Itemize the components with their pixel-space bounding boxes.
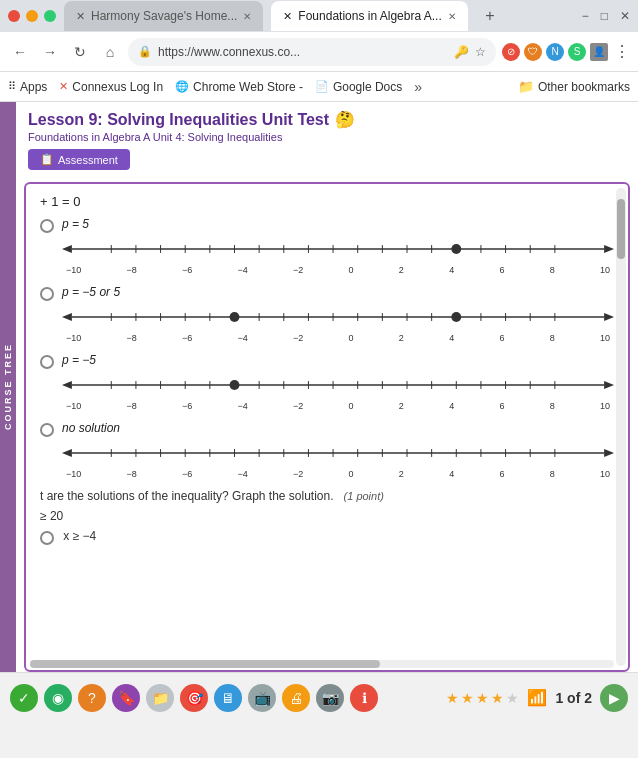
home-button[interactable]: ⌂: [98, 40, 122, 64]
new-tab-button[interactable]: +: [476, 2, 504, 30]
scrollbar-thumb[interactable]: [617, 199, 625, 259]
answer-partial-2: x ≥ −4: [40, 529, 614, 545]
radio-answer2[interactable]: [40, 531, 54, 545]
print-icon[interactable]: 🖨: [282, 684, 310, 712]
answer-option-pm5: p = −5 or 5: [40, 285, 614, 343]
tab-foundations[interactable]: ✕ Foundations in Algebra A... ✕: [271, 1, 467, 31]
tab-harmony-label: Harmony Savage's Home...: [91, 9, 237, 23]
forward-button[interactable]: →: [38, 40, 62, 64]
signal-icon: 📶: [527, 688, 547, 707]
window-restore-icon[interactable]: □: [601, 9, 608, 23]
bookmark-google-docs[interactable]: 📄 Google Docs: [315, 80, 402, 94]
bottom-right: ★ ★ ★ ★ ★ 📶 1 of 2 ▶: [446, 684, 628, 712]
bookmark-icon[interactable]: 🔖: [112, 684, 140, 712]
checkmark-icon[interactable]: ✓: [10, 684, 38, 712]
main-area: Lesson 9: Solving Inequalities Unit Test…: [16, 102, 638, 672]
page-header: Lesson 9: Solving Inequalities Unit Test…: [16, 102, 638, 174]
connexus-icon: ✕: [59, 80, 68, 93]
more-bookmarks-button[interactable]: »: [414, 79, 422, 95]
ext-avatar-icon[interactable]: 👤: [590, 43, 608, 61]
page-indicator: 1 of 2: [555, 690, 592, 706]
page-content: COURSE TREE Lesson 9: Solving Inequaliti…: [0, 102, 638, 672]
quiz-wrapper: + 1 = 0 p = 5: [24, 182, 630, 672]
answer-option-p5: p = 5: [40, 217, 614, 275]
star-2: ★: [461, 690, 474, 706]
number-line-nosol: [62, 438, 614, 468]
thinking-emoji: 🤔: [335, 110, 355, 129]
svg-marker-24: [604, 313, 614, 321]
bookmarks-bar: ⠿ Apps ✕ Connexus Log In 🌐 Chrome Web St…: [0, 72, 638, 102]
radio-nosol[interactable]: [40, 423, 54, 437]
ext-n-icon[interactable]: N: [546, 43, 564, 61]
svg-point-22: [451, 244, 461, 254]
nav-home-icon[interactable]: ◉: [44, 684, 72, 712]
svg-marker-72: [62, 449, 72, 457]
option-p5-label: p = 5: [62, 217, 614, 231]
address-bar: ← → ↻ ⌂ 🔒 https://www.connexus.co... 🔑 ☆…: [0, 32, 638, 72]
minimize-button[interactable]: [26, 10, 38, 22]
bookmark-other[interactable]: 📁 Other bookmarks: [518, 79, 630, 94]
bookmark-apps-label: Apps: [20, 80, 47, 94]
star-1: ★: [446, 690, 459, 706]
ext-s-icon[interactable]: S: [568, 43, 586, 61]
url-bar[interactable]: 🔒 https://www.connexus.co... 🔑 ☆: [128, 38, 496, 66]
lesson-title: Lesson 9: Solving Inequalities Unit Test…: [28, 110, 626, 129]
extension-icons: ⊘ 🛡 N S 👤: [502, 43, 608, 61]
star-3: ★: [476, 690, 489, 706]
horizontal-scrollbar[interactable]: [30, 660, 614, 668]
radio-neg5[interactable]: [40, 355, 54, 369]
bottom-toolbar: ✓ ◉ ? 🔖 📁 🎯 🖥 📺 🖨 📷 ℹ: [10, 684, 378, 712]
question-prefix: + 1 = 0: [40, 194, 614, 209]
close-button[interactable]: [8, 10, 20, 22]
tab-foundations-favicon: ✕: [283, 10, 292, 23]
folder-nav-icon[interactable]: 📁: [146, 684, 174, 712]
title-bar: ✕ Harmony Savage's Home... ✕ ✕ Foundatio…: [0, 0, 638, 32]
svg-marker-1: [604, 245, 614, 253]
key-icon: 🔑: [454, 45, 469, 59]
option-nosol-content: no solution: [62, 421, 614, 479]
axis-labels-pm5: −10−8−6−4−20246810: [62, 333, 614, 343]
assessment-button[interactable]: 📋 Assessment: [28, 149, 130, 170]
tab-foundations-close[interactable]: ✕: [448, 11, 456, 22]
ext-shield-icon[interactable]: 🛡: [524, 43, 542, 61]
bookmark-docs-label: Google Docs: [333, 80, 402, 94]
axis-labels-p5: −10−8−6−4−20246810: [62, 265, 614, 275]
bookmark-apps[interactable]: ⠿ Apps: [8, 80, 47, 94]
camera-icon[interactable]: 📷: [316, 684, 344, 712]
star-rating: ★ ★ ★ ★ ★: [446, 690, 519, 706]
window-minimize-icon[interactable]: −: [582, 9, 589, 23]
bookmark-chrome-store[interactable]: 🌐 Chrome Web Store -: [175, 80, 303, 94]
back-button[interactable]: ←: [8, 40, 32, 64]
tab-harmony[interactable]: ✕ Harmony Savage's Home... ✕: [64, 1, 263, 31]
chrome-menu-button[interactable]: ⋮: [614, 42, 630, 61]
docs-icon: 📄: [315, 80, 329, 93]
lesson-subtitle: Foundations in Algebra A Unit 4: Solving…: [28, 131, 626, 143]
option-p5-content: p = 5: [62, 217, 614, 275]
info-icon[interactable]: ℹ: [350, 684, 378, 712]
radio-pm5[interactable]: [40, 287, 54, 301]
target-icon[interactable]: 🎯: [180, 684, 208, 712]
maximize-button[interactable]: [44, 10, 56, 22]
answer-option-neg5: p = −5: [40, 353, 614, 411]
next-page-button[interactable]: ▶: [600, 684, 628, 712]
bookmark-connexus[interactable]: ✕ Connexus Log In: [59, 80, 163, 94]
help-icon[interactable]: ?: [78, 684, 106, 712]
window-close-icon[interactable]: ✕: [620, 9, 630, 23]
reload-button[interactable]: ↻: [68, 40, 92, 64]
vertical-scrollbar[interactable]: [616, 188, 626, 666]
ext-block-icon[interactable]: ⊘: [502, 43, 520, 61]
monitor-icon[interactable]: 📺: [248, 684, 276, 712]
tab-harmony-favicon: ✕: [76, 10, 85, 23]
next-page-icon: ▶: [609, 690, 620, 706]
tab-harmony-close[interactable]: ✕: [243, 11, 251, 22]
lock-icon: 🔒: [138, 45, 152, 58]
radio-p5[interactable]: [40, 219, 54, 233]
option-pm5-content: p = −5 or 5: [62, 285, 614, 343]
star-4: ★: [491, 690, 504, 706]
answer-partial-2-text: x ≥ −4: [63, 529, 96, 543]
screen-icon[interactable]: 🖥: [214, 684, 242, 712]
bookmark-chrome-label: Chrome Web Store -: [193, 80, 303, 94]
star-icon[interactable]: ☆: [475, 45, 486, 59]
answer-option-nosol: no solution: [40, 421, 614, 479]
h-scrollbar-thumb[interactable]: [30, 660, 380, 668]
